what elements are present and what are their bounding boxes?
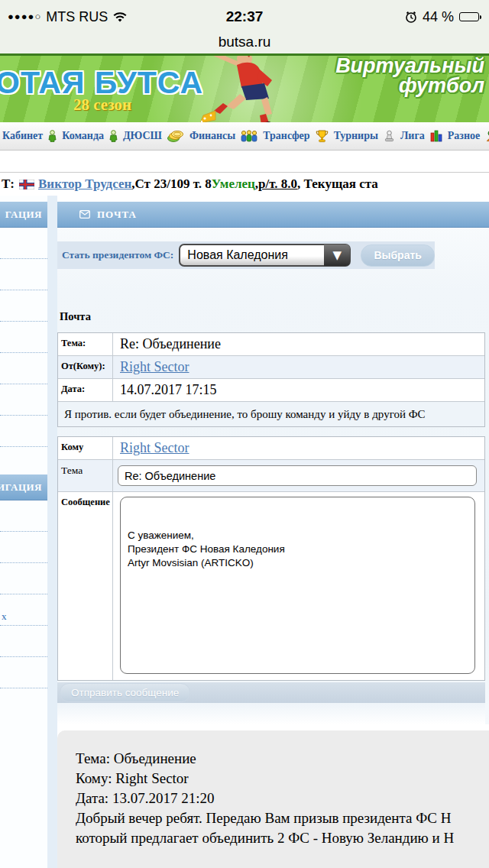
signal-strength-icon: ●●●●○ (8, 11, 41, 22)
sidebar-header-navigation-2: ИГАЦИЯ (0, 474, 47, 500)
menu-label: Трансфер (263, 130, 309, 142)
manager-name-link[interactable]: Виктор Трудсен (38, 177, 131, 192)
fs-president-label: Стать президентом ФС: (62, 249, 173, 261)
sidebar-header-navigation: ГАЦИЯ (0, 202, 47, 228)
menu-label: ДЮСШ (123, 130, 162, 142)
menu-item-finansy[interactable]: Финансы (189, 130, 257, 142)
sidebar-item[interactable] (0, 322, 47, 353)
menu-item-raznoe[interactable]: Разное (448, 130, 489, 143)
message-body-text: Я против. если будет объединение, то бро… (58, 402, 484, 426)
date-value: 14.07.2017 17:15 (113, 379, 484, 401)
alarm-clock-icon (405, 11, 417, 23)
faroe-flag-icon (19, 180, 34, 189)
site-tagline: Виртуальный футбол (335, 56, 484, 96)
site-banner: ОТАЯ БУТСА 28 сезон Виртуальный футбол (0, 53, 489, 122)
compose-body-textarea[interactable]: С уважением, Президент ФС Новая Каледони… (120, 497, 475, 674)
pawn-icon (384, 130, 395, 142)
tagline-line1: Виртуальный (335, 56, 484, 76)
sidebar-item[interactable] (0, 416, 47, 447)
player-icon (109, 130, 118, 142)
quoted-subject: Тема: Объединение (76, 749, 489, 769)
mail-section: ПОЧТА Стать президентом ФС: Новая Каледо… (57, 196, 489, 868)
player-icon (48, 130, 57, 142)
sidebar-item[interactable] (0, 353, 47, 384)
wifi-icon (112, 11, 128, 23)
sidebar-item[interactable] (0, 532, 47, 563)
coins-icon (167, 131, 184, 142)
send-button-bar: Отправить сообщение (57, 682, 485, 703)
menu-label: Кабинет (2, 130, 43, 142)
menu-item-kabinet[interactable]: Кабинет (2, 130, 57, 142)
sidebar-item[interactable] (0, 384, 47, 416)
menu-label: Финансы (189, 130, 235, 142)
quoted-to: Кому: Right Sector (76, 769, 489, 789)
menu-label: Команда (62, 130, 104, 142)
sidebar-item[interactable] (0, 626, 47, 657)
trophy-icon (316, 130, 329, 143)
select-dropdown-arrow-icon[interactable]: ▼ (324, 245, 350, 266)
phone-screen: ●●●●○ MTS RUS 22:37 44 % (0, 0, 489, 868)
fs-choose-button[interactable]: Выбрать (361, 245, 435, 267)
mail-section-title: ПОЧТА (97, 209, 137, 221)
sidebar-item-label: х (2, 611, 7, 623)
menu-item-turniry[interactable]: Турниры (334, 130, 395, 142)
compose-subject-label: Тема (58, 460, 113, 491)
compose-form-table: Кому Right Sector Тема Сообщение С уваже… (57, 436, 485, 681)
from-user-link[interactable]: Right Sector (120, 359, 189, 375)
quoted-body-line: который предлагает объединить 2 ФС - Нов… (76, 828, 489, 848)
season-label: 28 сезон (73, 96, 131, 115)
menu-item-dussh[interactable]: ДЮСШ (123, 130, 184, 142)
sidebar-item[interactable]: х (0, 594, 47, 626)
page-content: ГАЦИЯ ИГАЦИЯ х (0, 196, 489, 868)
battery-percent-label: 44 % (423, 9, 454, 25)
sidebar-item[interactable] (0, 290, 47, 322)
fs-country-select[interactable]: Новая Каледония ▼ (179, 244, 351, 267)
menu-item-komanda[interactable]: Команда (62, 130, 118, 142)
subject-label: Тема: (58, 333, 113, 355)
send-message-button[interactable]: Отправить сообщение (60, 683, 190, 702)
mail-list-title: Почта (60, 310, 489, 323)
battery-icon (459, 12, 481, 21)
status-bar: ●●●●○ MTS RUS 22:37 44 % (0, 0, 489, 34)
compose-to-user-link[interactable]: Right Sector (120, 440, 189, 456)
navigation-sidebar: ГАЦИЯ ИГАЦИЯ х (0, 196, 47, 868)
envelope-icon (79, 210, 90, 219)
from-label: От(Кому): (58, 356, 113, 378)
fs-country-selected-value: Новая Каледония (187, 248, 288, 262)
quoted-message-card: Тема: Объединение Кому: Right Sector Дат… (57, 730, 489, 868)
tagline-line2: футбол (335, 76, 484, 96)
sidebar-item[interactable] (0, 259, 47, 290)
menu-label: Лига (400, 130, 425, 142)
spacer (0, 151, 489, 172)
menu-label: Разное (448, 130, 480, 142)
chart-icon (430, 130, 442, 142)
team-icon (241, 130, 257, 142)
menu-item-liga[interactable]: Лига (400, 130, 442, 142)
menu-item-transfer[interactable]: Трансфер (263, 130, 328, 143)
info-prefix: Т: (2, 177, 15, 192)
browser-url-title[interactable]: butsa.ru (0, 34, 489, 53)
quoted-date: Дата: 13.07.2017 21:20 (76, 789, 489, 808)
mail-section-header: ПОЧТА (57, 202, 489, 228)
date-label: Дата: (58, 379, 113, 401)
info-suffix: , Текущая ста (297, 177, 378, 192)
carrier-label: MTS RUS (46, 9, 108, 25)
clock-time: 22:37 (226, 8, 264, 25)
main-menu: Кабинет Команда ДЮСШ Финансы Трансфер Ту… (0, 122, 489, 151)
sidebar-item[interactable] (0, 657, 47, 688)
quoted-body-line: Добрый вечер ребят. Передаю Вам призыв п… (76, 808, 489, 828)
sidebar-item[interactable] (0, 228, 47, 259)
compose-body-label: Сообщение (58, 492, 113, 680)
menu-label: Турниры (334, 130, 378, 142)
sidebar-item[interactable] (0, 500, 47, 532)
rating-link[interactable]: р/т. 8.0 (258, 177, 297, 192)
football-player-illustration (193, 53, 322, 122)
sidebar-item[interactable] (0, 563, 47, 594)
manager-stats: Ст 23/109 т. 8 (135, 177, 212, 192)
compose-subject-input[interactable] (118, 465, 477, 486)
content-gutter (47, 196, 57, 868)
writer-icon (485, 130, 489, 143)
manager-info-line: Т: Виктор Трудсен, Ст 23/109 т. 8 Умелец… (0, 172, 489, 196)
subject-value: Re: Объединение (113, 333, 484, 355)
received-message-table: Тема: Re: Объединение От(Кому): Right Se… (57, 332, 485, 427)
